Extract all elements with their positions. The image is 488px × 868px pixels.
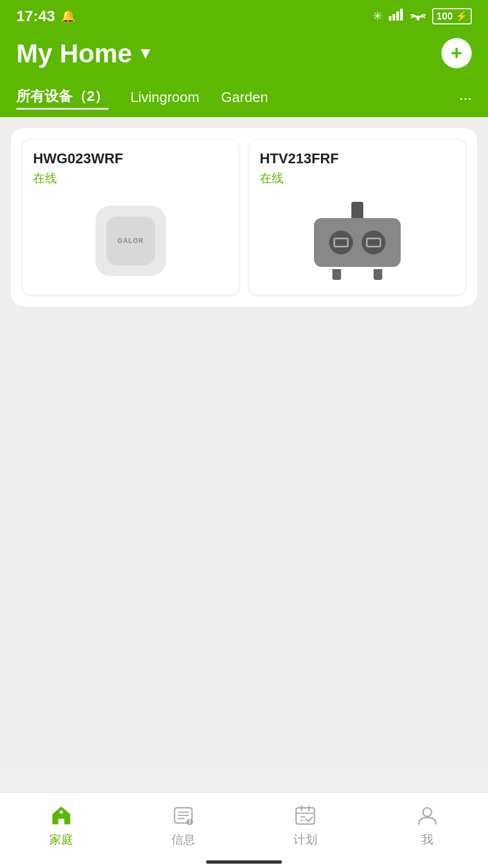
home-icon [48,802,74,828]
status-bar: 17:43 🔔 ✳ 100 ⚡ [0,0,488,33]
nav-item-me[interactable]: 我 [366,802,488,848]
nav-label-schedule: 计划 [293,832,317,848]
nav-label-me: 我 [421,832,433,848]
nav-label-home: 家庭 [49,832,73,848]
svg-rect-0 [389,16,391,21]
nav-item-home[interactable]: 家庭 [0,802,122,848]
svg-rect-14 [296,808,314,824]
wifi-icon [410,9,426,24]
device-name-2: HTV213FRF [260,150,455,167]
device-name-1: HWG023WRF [33,150,228,167]
nav-label-info: 信息 [171,832,195,848]
device-image-2 [260,197,455,284]
bottom-navigation: 家庭 信息 [0,792,488,868]
system-icons: ✳ 100 ⚡ [373,8,472,24]
svg-point-6 [60,810,63,814]
nav-item-info[interactable]: 信息 [122,802,244,848]
svg-rect-1 [393,14,395,21]
main-content: HWG023WRF 在线 GALOR HTV213FRF 在线 [0,117,488,768]
nav-item-schedule[interactable]: 计划 [244,802,366,848]
hub-brand-text: GALOR [118,237,144,245]
svg-rect-5 [59,819,63,824]
svg-point-20 [423,808,432,816]
dropdown-icon[interactable]: ▼ [137,44,153,62]
more-tabs-button[interactable]: ··· [459,90,472,107]
me-icon [414,802,440,828]
status-time: 17:43 🔔 [16,8,75,25]
tab-garden[interactable]: Garden [221,89,268,108]
device-status-1: 在线 [33,170,228,187]
tab-all-devices[interactable]: 所有设备（2） [16,87,108,110]
add-device-button[interactable]: + [441,38,472,68]
irrigation-device-icon [314,202,401,280]
svg-rect-2 [396,11,399,21]
info-icon [170,802,196,828]
home-indicator [206,860,282,864]
device-status-2: 在线 [260,170,455,187]
header: My Home ▼ + [0,33,488,79]
device-card-htv213frf[interactable]: HTV213FRF 在线 [248,139,466,296]
device-image-1: GALOR [33,197,228,284]
tab-livingroom[interactable]: Livingroom [130,89,199,108]
alarm-icon: 🔔 [61,9,75,23]
filter-tabs: 所有设备（2） Livingroom Garden ··· [0,79,488,117]
svg-point-13 [189,819,190,820]
signal-icon [389,9,404,24]
hub-device-icon: GALOR [95,206,166,276]
time-display: 17:43 [16,8,55,25]
home-title[interactable]: My Home ▼ [16,39,153,68]
svg-point-4 [416,18,419,21]
schedule-icon [292,802,318,828]
svg-rect-3 [400,9,403,21]
battery-indicator: 100 ⚡ [432,8,472,24]
device-card-hwg023wrf[interactable]: HWG023WRF 在线 GALOR [22,139,240,296]
devices-container: HWG023WRF 在线 GALOR HTV213FRF 在线 [11,128,477,307]
bluetooth-icon: ✳ [373,9,382,23]
